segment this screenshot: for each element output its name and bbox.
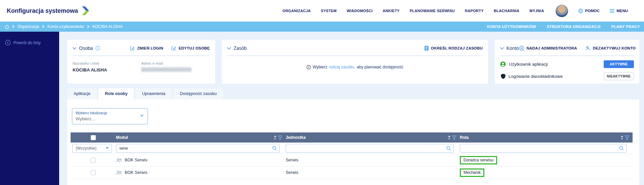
collapse-chevron-icon[interactable]	[227, 47, 231, 50]
roles-table: Moduł Jednostka Rola	[71, 132, 633, 179]
jednostka-filter-input[interactable]	[286, 144, 454, 153]
konto-row-2fa: Logowanie dwuskładnikowe NIEAKTYWNE	[500, 72, 634, 80]
resource-hint: Wybierz rodzaj zasobu, aby planować dost…	[227, 65, 483, 69]
user-avatar[interactable]	[556, 5, 568, 17]
tab-dostepnosc-zasobu[interactable]: Dostępność zasobu	[173, 88, 223, 99]
location-filter-label: Wybierz lokalizację	[76, 111, 144, 115]
resource-type-link[interactable]: rodzaj zasobu,	[329, 65, 355, 69]
search-icon[interactable]	[272, 146, 277, 151]
rola-filter-input[interactable]	[460, 144, 627, 153]
breadcrumb-separator-icon	[42, 25, 44, 28]
content-area: Osoba ZMIEŃ LOGIN	[59, 32, 644, 185]
subnav-item-plany-pracy[interactable]: PLANY PRACY	[611, 25, 640, 29]
define-resource-type-button[interactable]: OKREŚL RODZAJ ZASOBU	[425, 46, 483, 51]
people-icon	[116, 158, 122, 162]
app-logo[interactable]: Konfiguracja systemowa	[7, 6, 89, 15]
table-row[interactable]: BOK Serwis Serwis Mechanik	[71, 166, 633, 179]
select-all-checkbox[interactable]	[91, 135, 96, 140]
nav-item-system[interactable]: SYSTEM	[321, 9, 337, 13]
row-checkbox[interactable]	[91, 158, 96, 163]
divider	[73, 56, 210, 56]
column-header-modul: Moduł	[116, 135, 128, 140]
nav-item-organizacja[interactable]: ORGANIZACJA	[283, 9, 311, 13]
info-icon	[307, 65, 311, 69]
filter-funnel-icon[interactable]	[452, 135, 456, 140]
back-to-list-button[interactable]: Powrót do listy	[5, 40, 59, 45]
form-icon	[425, 46, 429, 51]
help-label: POMOC	[585, 9, 600, 13]
tab-aplikacje[interactable]: Aplikacje	[67, 88, 97, 99]
card-konto: Konto NADAJ ADMINISTRATORA	[495, 40, 639, 84]
modul-filter-input[interactable]	[116, 144, 280, 153]
breadcrumb-item-konta-uzytkownikow[interactable]: Konta użytkowników	[47, 24, 84, 29]
section-subnav: KONTA UŻYTKOWNIKÓW STRUKTURA ORGANIZACJI…	[487, 25, 641, 29]
wszystkie-select-value: (Wszystkie)	[76, 146, 96, 151]
search-icon[interactable]	[619, 146, 624, 151]
app-user-label: Użytkownik aplikacji	[509, 62, 548, 67]
app-header: Konfiguracja systemowa ORGANIZACJA SYSTE…	[0, 0, 644, 22]
jednostka-cell-value: Serwis	[286, 170, 298, 175]
sort-icon[interactable]	[274, 135, 277, 140]
change-login-button[interactable]: ZMIEŃ LOGIN	[130, 46, 163, 51]
nav-item-ankiety[interactable]: ANKIETY	[383, 9, 400, 13]
rola-highlight: Mechanik	[460, 168, 484, 177]
filter-funnel-icon[interactable]	[625, 135, 629, 140]
jednostka-cell-value: Serwis	[286, 158, 298, 162]
shield-icon	[500, 74, 506, 79]
home-icon[interactable]	[5, 25, 9, 29]
column-header-jednostka: Jednostka	[286, 135, 306, 140]
collapse-chevron-icon[interactable]	[500, 47, 504, 50]
row-checkbox[interactable]	[91, 170, 96, 175]
edit-person-button[interactable]: EDYTUJ OSOBĘ	[171, 46, 210, 51]
sort-icon[interactable]	[448, 135, 451, 140]
define-resource-type-label: OKREŚL RODZAJ ZASOBU	[431, 46, 483, 50]
chevron-down-icon	[106, 147, 109, 149]
tab-uprawnienia[interactable]: Uprawnienia	[135, 88, 171, 99]
tab-role-osoby[interactable]: Role osoby	[98, 88, 134, 99]
app-user-status-badge[interactable]: AKTYWNE	[604, 60, 634, 68]
card-zasob-title: Zasób	[234, 45, 247, 51]
person-slash-icon	[585, 45, 591, 51]
field-label-nazwisko: Nazwisko i imię	[73, 61, 141, 65]
hamburger-icon	[610, 9, 614, 13]
field-label-email: Adres e-mail	[141, 61, 210, 65]
collapse-chevron-icon[interactable]	[73, 47, 76, 50]
sort-icon[interactable]	[620, 135, 623, 140]
wszystkie-select[interactable]: (Wszystkie)	[72, 144, 112, 153]
search-icon[interactable]	[446, 146, 451, 151]
breadcrumb-item-organizacja[interactable]: Organizacja	[17, 24, 39, 29]
sidebar: Powrót do listy	[0, 32, 59, 185]
info-icon[interactable]	[95, 46, 100, 51]
divider	[227, 56, 483, 56]
nav-item-wiadomosci[interactable]: WIADOMOŚCI	[347, 9, 373, 13]
grant-admin-label: NADAJ ADMINISTRATORA	[527, 46, 577, 50]
hint-text-suffix: aby planować dostępność	[357, 65, 403, 69]
detail-tabs: Aplikacje Role osoby Uprawnienia Dostępn…	[67, 88, 639, 99]
edit-person-label: EDYTUJ OSOBĘ	[178, 46, 210, 50]
two-factor-status-badge[interactable]: NIEAKTYWNE	[604, 72, 634, 80]
user-circle-icon	[500, 61, 506, 67]
nav-item-raporty[interactable]: RAPORTY	[465, 9, 484, 13]
top-navigation: ORGANIZACJA SYSTEM WIADOMOŚCI ANKIETY PL…	[283, 5, 628, 17]
deactivate-account-label: DEZAKTYWUJ KONTO	[593, 46, 636, 50]
location-filter-dropdown[interactable]: Wybierz lokalizację Wybierz...	[72, 108, 148, 124]
grant-admin-button[interactable]: NADAJ ADMINISTRATORA	[519, 45, 577, 51]
field-value-nazwisko: KOCIBA ALISHA	[73, 67, 141, 72]
nav-item-blacharnia[interactable]: BLACHARNIA	[494, 9, 519, 13]
breadcrumb-bar: Organizacja Konta użytkowników KOCIBA AL…	[0, 22, 644, 32]
subnav-item-struktura-organizacji[interactable]: STRUKTURA ORGANIZACJI	[547, 25, 601, 29]
filter-funnel-icon[interactable]	[278, 135, 282, 140]
column-header-rola: Rola	[460, 135, 469, 140]
admin-person-circle-icon	[519, 45, 524, 51]
subnav-item-konta-uzytkownikow[interactable]: KONTA UŻYTKOWNIKÓW	[487, 25, 536, 29]
menu-button[interactable]: MENU	[610, 9, 628, 13]
back-to-list-label: Powrót do listy	[13, 40, 41, 45]
logo-chevron-icon	[81, 6, 89, 15]
deactivate-account-button[interactable]: DEZAKTYWUJ KONTO	[585, 45, 636, 51]
location-filter-value: Wybierz...	[76, 116, 144, 121]
table-row[interactable]: BOK Serwis Serwis Doradca serwisu	[71, 154, 633, 166]
nav-item-planowanie-serwisu[interactable]: PLANOWANIE SERWISU	[410, 9, 455, 13]
nav-item-myjnia[interactable]: MYJNIA	[529, 9, 544, 13]
email-redacted-value	[141, 67, 192, 72]
help-button[interactable]: POMOC	[578, 8, 600, 13]
